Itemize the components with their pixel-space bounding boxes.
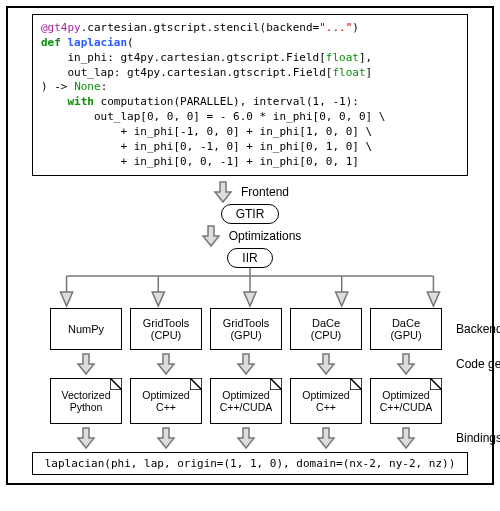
backend-dace-gpu: DaCe(GPU)	[370, 308, 442, 350]
generated-vectorized-python: VectorizedPython	[50, 378, 122, 424]
arrow-down-icon	[154, 426, 178, 450]
backends-label: Backends	[456, 322, 500, 336]
body-line-3: + in_phi[0, -1, 0] + in_phi[0, 1, 0] \	[120, 140, 372, 153]
arrow-down-icon	[199, 224, 223, 248]
diagram-frame: @gt4py.cartesian.gtscript.stencil(backen…	[6, 6, 494, 485]
def-keyword: def	[41, 36, 61, 49]
arrow-down-icon	[234, 352, 258, 376]
generated-cpp-2: OptimizedC++	[290, 378, 362, 424]
body-line-4: + in_phi[0, 0, -1] + in_phi[0, 0, 1]	[120, 155, 358, 168]
float-type: float	[326, 51, 359, 64]
backend-gridtools-cpu: GridTools(CPU)	[130, 308, 202, 350]
decorator-module: @gt4py	[41, 21, 81, 34]
frontend-label: Frontend	[241, 185, 289, 199]
fanout-connector	[36, 268, 464, 308]
final-call-code: laplacian(phi, lap, origin=(1, 1, 0), do…	[32, 452, 468, 475]
body-line-2: + in_phi[-1, 0, 0] + in_phi[1, 0, 0] \	[120, 125, 372, 138]
arrow-down-icon	[74, 426, 98, 450]
backend-numpy: NumPy	[50, 308, 122, 350]
float-type-2: float	[332, 66, 365, 79]
none-type: None	[74, 80, 101, 93]
arrow-down-icon	[154, 352, 178, 376]
backend-string: "..."	[319, 21, 352, 34]
optimizations-label: Optimizations	[229, 229, 302, 243]
iir-node: IIR	[227, 248, 272, 268]
arrow-down-icon	[234, 426, 258, 450]
function-name: laplacian	[68, 36, 128, 49]
arrow-down-icon	[314, 352, 338, 376]
backend-dace-cpu: DaCe(CPU)	[290, 308, 362, 350]
arg2-name: out_lap	[68, 66, 114, 79]
dogear-icon	[270, 378, 282, 390]
stencil-source-code: @gt4py.cartesian.gtscript.stencil(backen…	[32, 14, 468, 176]
generated-cpp-1: OptimizedC++	[130, 378, 202, 424]
generated-cuda-1: OptimizedC++/CUDA	[210, 378, 282, 424]
dogear-icon	[430, 378, 442, 390]
arg1-name: in_phi	[68, 51, 108, 64]
dogear-icon	[350, 378, 362, 390]
body-line-1: out_lap[0, 0, 0] = - 6.0 * in_phi[0, 0, …	[94, 110, 385, 123]
arrow-down-icon	[74, 352, 98, 376]
bindings-label: Bindings	[456, 431, 500, 445]
generated-cuda-2: OptimizedC++/CUDA	[370, 378, 442, 424]
with-keyword: with	[68, 95, 95, 108]
arrow-down-icon	[211, 180, 235, 204]
codegen-label: Code generation	[456, 357, 500, 371]
dogear-icon	[110, 378, 122, 390]
arrow-down-icon	[394, 426, 418, 450]
arrow-down-icon	[394, 352, 418, 376]
dogear-icon	[190, 378, 202, 390]
decorator-rest: .cartesian.gtscript.stencil(backend=	[81, 21, 319, 34]
arrow-down-icon	[314, 426, 338, 450]
backend-gridtools-gpu: GridTools(GPU)	[210, 308, 282, 350]
gtir-node: GTIR	[221, 204, 280, 224]
